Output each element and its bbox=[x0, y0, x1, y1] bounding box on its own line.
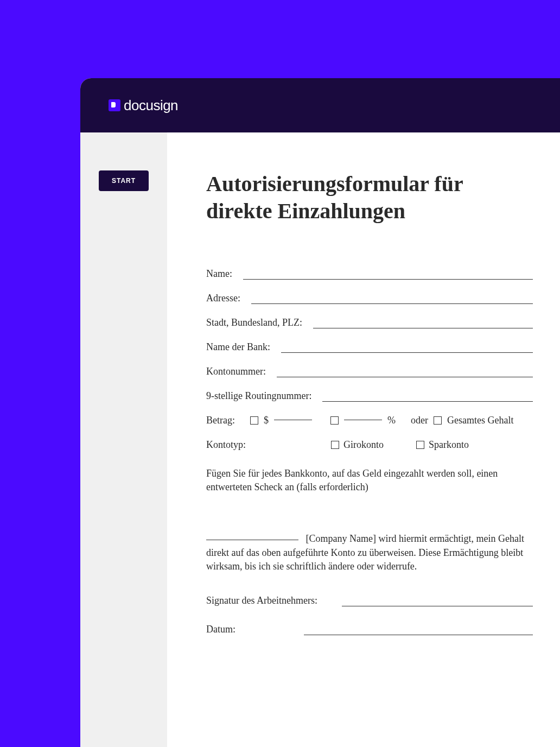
dollar-sign: $ bbox=[264, 415, 269, 426]
address-input-line[interactable] bbox=[251, 303, 533, 304]
account-number-field-row: Kontonummer: bbox=[206, 366, 533, 377]
routing-number-label: 9-stellige Routingnummer: bbox=[206, 390, 322, 402]
account-number-label: Kontonummer: bbox=[206, 366, 277, 377]
brand-name: docusign bbox=[124, 97, 178, 114]
company-name-blank[interactable] bbox=[206, 540, 298, 540]
percent-checkbox[interactable] bbox=[330, 416, 339, 425]
name-input-line[interactable] bbox=[243, 279, 533, 280]
city-state-zip-label: Stadt, Bundesland, PLZ: bbox=[206, 317, 313, 328]
dollar-checkbox[interactable] bbox=[250, 416, 258, 425]
city-state-zip-input-line[interactable] bbox=[313, 328, 533, 328]
date-label: Datum: bbox=[206, 624, 304, 635]
checking-option: Girokonto bbox=[331, 439, 384, 451]
account-type-label: Kontotyp: bbox=[206, 439, 331, 451]
sidebar: START bbox=[80, 132, 167, 747]
entire-paycheck-label: Gesamtes Gehalt bbox=[447, 415, 513, 426]
savings-label: Sparkonto bbox=[429, 439, 469, 451]
authorization-text: [Company Name] wird hiermit ermächtigt, … bbox=[206, 532, 533, 573]
header-bar: docusign bbox=[80, 78, 560, 132]
app-container: docusign START Autorisierungsformular fü… bbox=[80, 78, 560, 747]
checking-label: Girokonto bbox=[343, 439, 384, 451]
account-number-input-line[interactable] bbox=[277, 377, 533, 377]
date-line[interactable] bbox=[304, 635, 533, 635]
bank-name-field-row: Name der Bank: bbox=[206, 341, 533, 353]
name-label: Name: bbox=[206, 268, 243, 280]
percent-amount-line[interactable] bbox=[344, 420, 382, 420]
dollar-amount-line[interactable] bbox=[274, 420, 312, 420]
date-row: Datum: bbox=[206, 624, 533, 635]
routing-number-input-line[interactable] bbox=[322, 401, 533, 402]
document-title: Autorisierungsformular für direkte Einza… bbox=[206, 170, 533, 225]
city-state-zip-field-row: Stadt, Bundesland, PLZ: bbox=[206, 317, 533, 328]
entire-paycheck-checkbox[interactable] bbox=[434, 416, 442, 425]
amount-label: Betrag: bbox=[206, 415, 245, 426]
voided-check-note: Fügen Sie für jedes Bankkonto, auf das G… bbox=[206, 467, 533, 494]
signature-label: Signatur des Arbeitnehmers: bbox=[206, 595, 342, 606]
content-area: START Autorisierungsformular für direkte… bbox=[80, 132, 560, 747]
savings-option: Sparkonto bbox=[416, 439, 469, 451]
start-button[interactable]: START bbox=[99, 170, 149, 191]
signature-row: Signatur des Arbeitnehmers: bbox=[206, 595, 533, 606]
savings-checkbox[interactable] bbox=[416, 441, 424, 449]
document-viewer: Autorisierungsformular für direkte Einza… bbox=[167, 132, 560, 747]
address-field-row: Adresse: bbox=[206, 293, 533, 304]
docusign-icon bbox=[109, 99, 120, 111]
account-type-row: Kontotyp: Girokonto Sparkonto bbox=[206, 439, 533, 451]
brand-logo: docusign bbox=[109, 97, 178, 114]
percent-sign: % bbox=[387, 415, 396, 426]
address-label: Adresse: bbox=[206, 293, 251, 304]
or-text: oder bbox=[411, 415, 428, 426]
signature-line[interactable] bbox=[342, 606, 533, 606]
checking-checkbox[interactable] bbox=[331, 441, 339, 449]
bank-name-input-line[interactable] bbox=[281, 352, 533, 353]
name-field-row: Name: bbox=[206, 268, 533, 280]
bank-name-label: Name der Bank: bbox=[206, 341, 281, 353]
routing-number-field-row: 9-stellige Routingnummer: bbox=[206, 390, 533, 402]
authorization-body: [Company Name] wird hiermit ermächtigt, … bbox=[206, 533, 524, 571]
amount-field-row: Betrag: $ % oder Gesamtes Gehalt bbox=[206, 415, 533, 426]
